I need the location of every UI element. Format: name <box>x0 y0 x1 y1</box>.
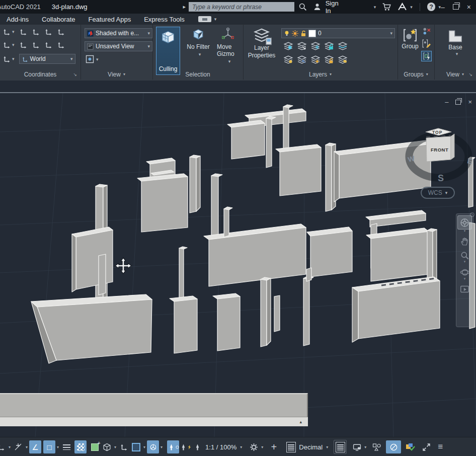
object-isolation-dropdown-icon[interactable]: ▾ <box>114 445 116 449</box>
autodesk-dropdown-icon[interactable]: ▾ <box>410 5 413 10</box>
ucs-status-button[interactable] <box>118 440 130 453</box>
graphics-performance-button[interactable] <box>404 440 416 453</box>
3d-object-snap-button[interactable]: + <box>89 440 101 453</box>
dynamic-ucs-dropdown-icon[interactable]: ▾ <box>161 445 163 449</box>
layer-color-swatch[interactable] <box>308 30 316 37</box>
ucs-named-button[interactable] <box>19 28 27 36</box>
wall-side-face[interactable] <box>334 151 339 202</box>
wall-front-face[interactable] <box>179 248 184 298</box>
wall-front-face[interactable] <box>310 231 352 277</box>
ucs-icon-settings-button[interactable]: ▾ <box>3 55 15 63</box>
showmotion-button[interactable] <box>460 284 469 294</box>
command-window[interactable]: ▴ <box>0 393 308 426</box>
object-snap-dropdown-icon[interactable]: ▾ <box>26 445 28 449</box>
viewport-close-button[interactable]: × <box>468 99 472 105</box>
object-snap-button[interactable] <box>12 440 24 453</box>
isolate-objects-button[interactable] <box>371 440 383 453</box>
annotation-visibility-button[interactable] <box>167 440 179 453</box>
restore-button[interactable] <box>453 4 459 10</box>
snap-mode-button[interactable] <box>0 440 7 453</box>
wall-front-face[interactable] <box>224 209 229 237</box>
pan-button[interactable] <box>460 237 469 246</box>
ungroup-button[interactable] <box>422 27 431 36</box>
viewcube-south-label[interactable]: S <box>438 173 444 183</box>
layers-panel-dropdown-icon[interactable]: ▾ <box>330 72 332 77</box>
search-input[interactable] <box>189 2 294 12</box>
no-filter-button[interactable]: No Filter ▾ <box>185 27 212 57</box>
customization-menu-button[interactable]: ≡ <box>434 440 446 453</box>
navigation-bar[interactable]: ▾ ▾ ▾ <box>456 213 473 327</box>
ucs-z-axis-button[interactable] <box>44 41 52 49</box>
annotation-scale-dropdown-icon[interactable]: ▾ <box>240 445 242 449</box>
viewport-restore-button[interactable] <box>455 100 461 105</box>
wcs-dropdown-icon[interactable]: ▾ <box>445 190 448 195</box>
customization-plus-button[interactable]: + <box>268 440 280 453</box>
ucs-previous-button[interactable] <box>32 28 40 36</box>
viewcube-front-label[interactable]: FRONT <box>431 147 448 153</box>
layer-lock-button[interactable] <box>322 41 336 50</box>
viewport-config-button[interactable]: ▾ <box>86 55 99 63</box>
wall-side-face[interactable] <box>267 278 271 345</box>
cart-icon[interactable] <box>382 3 391 11</box>
culling-button[interactable]: Culling <box>156 27 180 75</box>
zoom-dropdown-icon[interactable]: ▾ <box>464 260 466 263</box>
layer-merge-button[interactable] <box>336 55 349 64</box>
lineweight-button[interactable] <box>60 440 72 453</box>
object-isolation-button[interactable] <box>101 440 113 453</box>
orbit-button[interactable] <box>460 267 470 277</box>
layer-make-current-button[interactable] <box>336 41 349 50</box>
viewcube-right-face[interactable] <box>451 134 454 160</box>
layer-combobox[interactable]: 0 ▾ <box>281 28 395 38</box>
steering-wheel-button[interactable] <box>457 215 472 230</box>
ucs-x-dropdown-icon[interactable]: ▾ <box>12 42 15 47</box>
dynamic-input-dropdown-icon[interactable]: ▾ <box>57 445 59 449</box>
wall-front-face[interactable] <box>326 145 332 211</box>
quick-properties-button[interactable] <box>334 440 347 454</box>
tab-add-ins[interactable]: Add-ins <box>0 16 35 23</box>
help-icon[interactable]: ? <box>427 3 436 11</box>
layer-off-button[interactable] <box>281 41 295 50</box>
selection-cycling-dropdown-icon[interactable]: ▾ <box>143 445 145 449</box>
panel-title-selection[interactable]: Selection <box>152 69 243 79</box>
viewport-config-dropdown-icon[interactable]: ▾ <box>96 57 99 62</box>
selection-cycling-button[interactable] <box>130 440 142 453</box>
ucs-object-button[interactable] <box>44 28 52 36</box>
move-gizmo-button[interactable]: Move Gizmo ▾ <box>215 27 241 64</box>
dynamic-ucs-button[interactable] <box>147 440 159 453</box>
snap-dropdown-icon[interactable]: ▾ <box>9 445 11 449</box>
user-avatar-icon[interactable] <box>313 3 322 11</box>
wall-front-face[interactable] <box>303 278 309 346</box>
layer-isolate-button[interactable] <box>295 41 308 50</box>
ribbon-display-button[interactable] <box>198 16 211 22</box>
layer-unlock-button[interactable] <box>322 55 336 64</box>
wall-front-face[interactable] <box>217 296 240 351</box>
navbar-close-icon[interactable] <box>470 212 474 217</box>
move-gizmo-dropdown-icon[interactable]: ▾ <box>228 59 231 64</box>
named-view-combobox[interactable]: Unsaved View ▾ <box>85 41 152 51</box>
orbit-dropdown-icon[interactable]: ▾ <box>464 277 466 280</box>
wall-front-face[interactable] <box>280 147 321 196</box>
tab-collaborate[interactable]: Collaborate <box>35 16 82 23</box>
wall-side-face[interactable] <box>72 234 76 292</box>
ucs-3point-button[interactable] <box>57 41 65 49</box>
wcs-selector[interactable]: WCS ▾ <box>421 187 455 199</box>
wall-front-face[interactable] <box>37 299 152 360</box>
group-button[interactable]: Group <box>400 28 421 50</box>
layer-previous-button[interactable] <box>295 55 308 64</box>
ribbon-display-dropdown-icon[interactable]: ▾ <box>214 17 217 22</box>
no-filter-dropdown-icon[interactable]: ▾ <box>199 52 201 57</box>
wall-front-face[interactable] <box>266 118 272 168</box>
wall-front-face[interactable] <box>141 177 188 232</box>
wall-side-face[interactable] <box>196 156 200 211</box>
layer-combobox-dropdown-icon[interactable]: ▾ <box>390 31 392 36</box>
wall-front-face[interactable] <box>174 299 197 353</box>
grid-display-button[interactable] <box>74 440 87 453</box>
wall-front-face[interactable] <box>231 123 265 159</box>
wall-front-face[interactable] <box>190 157 196 213</box>
wall-front-face[interactable] <box>261 279 267 347</box>
panel-title-view[interactable]: View▾ <box>81 69 152 79</box>
ucs-button[interactable]: ▾ <box>3 28 15 36</box>
autodesk-logo-icon[interactable] <box>398 3 407 11</box>
minimize-button[interactable]: – <box>441 4 445 11</box>
group-selection-toggle-button[interactable] <box>421 51 432 61</box>
